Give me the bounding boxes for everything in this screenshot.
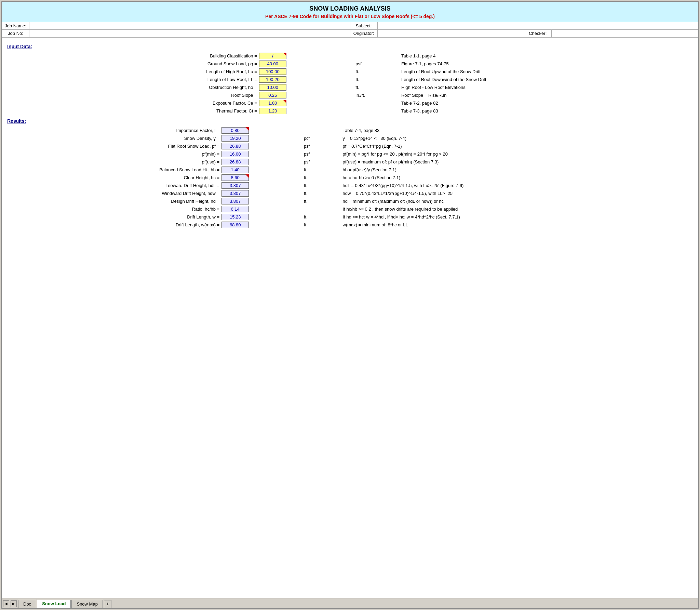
row-note: High Roof - Low Roof Elevations — [400, 83, 693, 91]
value-cell[interactable]: 26.88 — [221, 158, 302, 166]
row-label: Clear Height, hc = — [7, 174, 221, 182]
unit-label: ft. — [354, 76, 400, 83]
row-note: Table 1-1, page 4 — [400, 52, 693, 60]
job-name-value[interactable] — [29, 25, 350, 27]
row-note: w(max) = minimum of: 8*hc or LL — [341, 221, 693, 229]
originator-label: Originator: — [350, 30, 378, 37]
row-note: hc = ho-hb >= 0 (Section 7.1) — [341, 174, 693, 182]
value-box[interactable]: 3.807 — [221, 198, 249, 204]
value-cell[interactable]: 15.23 — [221, 213, 302, 221]
originator-value[interactable] — [378, 32, 524, 35]
value-box[interactable]: 0.25 — [259, 92, 286, 98]
table-row: Obstruction Height, ho =10.00ft.High Roo… — [7, 83, 693, 91]
unit-label: pcf — [302, 134, 341, 142]
unit-label — [354, 52, 400, 60]
input-data-table: Building Classification =ITable 1-1, pag… — [7, 52, 693, 115]
unit-label: ft. — [302, 189, 341, 197]
value-box[interactable]: 26.88 — [221, 159, 249, 165]
value-box[interactable]: 68.80 — [221, 222, 249, 228]
value-cell[interactable]: 1.00 — [258, 99, 354, 107]
row-label: Drift Length, w = — [7, 213, 221, 221]
value-box[interactable]: 8.60 — [221, 174, 249, 181]
content-area: Input Data: Building Classification =ITa… — [2, 38, 698, 598]
row-label: Balanced Snow Load Ht., hb = — [7, 166, 221, 174]
value-box[interactable]: 19.20 — [221, 135, 249, 142]
subject-label: Subject: — [350, 22, 378, 29]
row-label: pf(use) = — [7, 158, 221, 166]
unit-label: in./ft. — [354, 91, 400, 99]
value-cell[interactable]: 1.40 — [221, 166, 302, 174]
value-cell[interactable]: 3.807 — [221, 189, 302, 197]
value-box[interactable]: 190.20 — [259, 76, 286, 83]
table-row: Exposure Factor, Ce =1.00Table 7-2, page… — [7, 99, 693, 107]
value-cell[interactable]: 26.88 — [221, 142, 302, 150]
value-box[interactable]: 1.20 — [259, 108, 286, 114]
row-label: Length of High Roof, Lu = — [7, 68, 258, 76]
tab-add-button[interactable]: + — [104, 600, 111, 608]
unit-label: ft. — [354, 68, 400, 76]
value-cell[interactable]: I — [258, 52, 354, 60]
row-note: Length of Roof Downwind of the Snow Drif… — [400, 76, 693, 83]
value-cell[interactable]: 100.00 — [258, 68, 354, 76]
value-cell[interactable]: 10.00 — [258, 83, 354, 91]
checker-value[interactable] — [552, 32, 698, 35]
unit-label — [354, 107, 400, 115]
tab-doc[interactable]: Doc — [18, 600, 36, 608]
value-cell[interactable]: 190.20 — [258, 76, 354, 83]
value-box[interactable]: 3.807 — [221, 190, 249, 197]
job-no-value[interactable] — [29, 32, 350, 35]
row-note: pf(use) = maximum of: pf or pf(min) (Sec… — [341, 158, 693, 166]
value-cell[interactable]: 19.20 — [221, 134, 302, 142]
tab-snow-map[interactable]: Snow Map — [71, 600, 103, 608]
value-box[interactable]: 40.00 — [259, 61, 286, 67]
value-box[interactable]: 100.00 — [259, 68, 286, 75]
job-no-label: Job No: — [2, 30, 29, 37]
row-label: Windward Drift Height, hdw = — [7, 189, 221, 197]
table-row: Ground Snow Load, pg =40.00psfFigure 7-1… — [7, 60, 693, 68]
row-label: Flat Roof Snow Load, pf = — [7, 142, 221, 150]
checker-label: Checker: — [524, 30, 552, 37]
value-box[interactable]: 1.00 — [259, 100, 286, 106]
value-box[interactable]: 26.88 — [221, 143, 249, 149]
value-cell[interactable]: 0.80 — [221, 127, 302, 134]
table-row: Balanced Snow Load Ht., hb =1.40ft.hb = … — [7, 166, 693, 174]
page-subtitle: Per ASCE 7-98 Code for Buildings with Fl… — [3, 14, 697, 19]
row-label: Design Drift Height, hd = — [7, 197, 221, 205]
value-box[interactable]: 0.80 — [221, 127, 249, 134]
tab-nav-next[interactable]: ▶ — [11, 600, 17, 607]
value-cell[interactable]: 68.80 — [221, 221, 302, 229]
table-row: Ratio, hc/hb =6.14If hc/hb >= 0.2 , then… — [7, 205, 693, 213]
tab-nav-prev[interactable]: ◀ — [3, 600, 9, 607]
value-box[interactable]: 10.00 — [259, 84, 286, 91]
row-label: Exposure Factor, Ce = — [7, 99, 258, 107]
value-cell[interactable]: 0.25 — [258, 91, 354, 99]
value-box[interactable]: 15.23 — [221, 214, 249, 220]
row-label: Roof Slope = — [7, 91, 258, 99]
value-cell[interactable]: 40.00 — [258, 60, 354, 68]
table-row: Drift Length, w(max) =68.80ft.w(max) = m… — [7, 221, 693, 229]
subject-value[interactable] — [378, 25, 698, 27]
value-cell[interactable]: 3.807 — [221, 182, 302, 189]
value-box[interactable]: 16.00 — [221, 151, 249, 157]
row-label: pf(min) = — [7, 150, 221, 158]
row-label: Leeward Drift Height, hdL = — [7, 182, 221, 189]
unit-label: ft. — [302, 174, 341, 182]
unit-label: ft. — [302, 221, 341, 229]
value-cell[interactable]: 1.20 — [258, 107, 354, 115]
value-cell[interactable]: 16.00 — [221, 150, 302, 158]
value-box[interactable]: 1.40 — [221, 167, 249, 173]
value-box[interactable]: 3.807 — [221, 182, 249, 189]
job-name-col: Job Name: — [2, 22, 350, 29]
tab-snow-load[interactable]: Snow Load — [37, 600, 71, 608]
value-box[interactable]: 6.14 — [221, 206, 249, 212]
row-note: Table 7-2, page 82 — [400, 99, 693, 107]
row-note: Table 7-4, page 83 — [341, 127, 693, 134]
value-cell[interactable]: 8.60 — [221, 174, 302, 182]
job-no-col: Job No: — [2, 30, 350, 37]
value-cell[interactable]: 3.807 — [221, 197, 302, 205]
row-note: Figure 7-1, pages 74-75 — [400, 60, 693, 68]
unit-label: ft. — [354, 83, 400, 91]
value-cell[interactable]: 6.14 — [221, 205, 302, 213]
job-row-1: Job Name: Subject: — [2, 22, 698, 30]
value-box[interactable]: I — [259, 53, 286, 59]
